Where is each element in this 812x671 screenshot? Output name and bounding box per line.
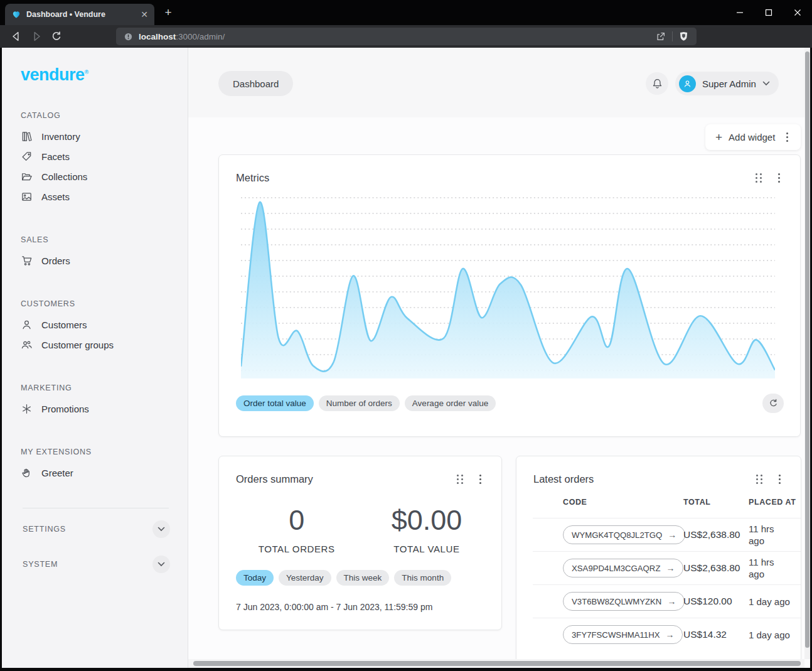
hand-icon bbox=[21, 467, 33, 479]
sidebar-divider bbox=[23, 508, 169, 508]
chevron-down-icon[interactable] bbox=[152, 520, 170, 538]
window-close-button[interactable] bbox=[783, 0, 812, 25]
vertical-scrollbar[interactable] bbox=[804, 48, 810, 659]
sidebar-item-assets[interactable]: Assets bbox=[21, 186, 188, 207]
latest-orders-kebab-icon[interactable] bbox=[775, 472, 784, 486]
order-row: XSA9PD4LM3CGAQRZ→US$2,638.8011 hrsago bbox=[516, 552, 801, 584]
user-menu[interactable]: Super Admin bbox=[675, 72, 779, 95]
reload-icon[interactable] bbox=[50, 30, 63, 43]
orders-summary-widget: Orders summary 0 TOTAL ORDERS $0.00 bbox=[218, 456, 502, 630]
arrow-right-icon: → bbox=[666, 563, 675, 573]
user-icon bbox=[21, 319, 33, 331]
metrics-title: Metrics bbox=[236, 172, 754, 184]
summary-kebab-icon[interactable] bbox=[476, 472, 485, 486]
address-bar[interactable]: localhost:3000/admin/ bbox=[116, 28, 697, 45]
order-placed-at: 11 hrsago bbox=[749, 556, 801, 580]
drag-handle-icon[interactable] bbox=[455, 473, 466, 486]
orders-summary-title: Orders summary bbox=[236, 473, 455, 485]
window-maximize-button[interactable] bbox=[754, 0, 783, 25]
sidebar-section-label: SYSTEM bbox=[23, 560, 58, 569]
sidebar-item-customer-groups[interactable]: Customer groups bbox=[21, 335, 188, 355]
summary-range-today[interactable]: Today bbox=[236, 570, 274, 586]
metrics-filter-row: Order total valueNumber of ordersAverage… bbox=[219, 378, 800, 413]
drag-handle-icon[interactable] bbox=[754, 473, 765, 486]
sidebar-item-collections[interactable]: Collections bbox=[21, 166, 188, 186]
widget-menu-kebab-icon[interactable] bbox=[783, 130, 792, 144]
order-code: V3T6BW8ZQLWMYZKN bbox=[572, 597, 661, 606]
sidebar-item-facets[interactable]: Facets bbox=[21, 146, 188, 166]
chevron-down-icon[interactable] bbox=[152, 556, 170, 573]
forward-icon[interactable] bbox=[30, 30, 43, 43]
order-code: XSA9PD4LM3CGAQRZ bbox=[572, 564, 660, 573]
book-icon bbox=[21, 131, 33, 142]
order-code-link[interactable]: XSA9PD4LM3CGAQRZ→ bbox=[563, 559, 683, 577]
sidebar-item-orders[interactable]: Orders bbox=[21, 250, 188, 271]
sidebar-section-label: SALES bbox=[21, 235, 188, 244]
notifications-button[interactable] bbox=[646, 72, 668, 95]
breadcrumb[interactable]: Dashboard bbox=[218, 71, 293, 96]
order-code-link[interactable]: V3T6BW8ZQLWMYZKN→ bbox=[563, 592, 685, 611]
admin-app: vendure® CATALOGInventoryFacetsCollectio… bbox=[2, 48, 810, 668]
snowflake-icon bbox=[21, 403, 33, 415]
sidebar-section-marketing: MARKETINGPromotions bbox=[21, 384, 188, 419]
order-row: 3FY7FSCWSHMA11HX→US$14.321 day ago bbox=[516, 618, 801, 651]
metric-filter-number-of-orders[interactable]: Number of orders bbox=[319, 395, 400, 411]
drag-handle-icon[interactable] bbox=[754, 171, 764, 185]
metric-filter-order-total-value[interactable]: Order total value bbox=[236, 395, 314, 411]
brave-shield-icon[interactable] bbox=[678, 31, 689, 42]
sidebar-section-label: SETTINGS bbox=[23, 525, 66, 534]
metrics-kebab-icon[interactable] bbox=[774, 171, 784, 185]
tab-title: Dashboard • Vendure bbox=[26, 10, 136, 19]
order-total: US$2,638.80 bbox=[683, 529, 749, 540]
column-header-placed-at: PLACED AT bbox=[749, 498, 801, 507]
browser-toolbar: localhost:3000/admin/ bbox=[0, 25, 812, 48]
sidebar-item-label: Inventory bbox=[41, 131, 80, 142]
window-minimize-button[interactable] bbox=[725, 0, 754, 25]
sidebar-item-promotions[interactable]: Promotions bbox=[21, 399, 188, 419]
order-code-link[interactable]: WYMGK4TQQ8JL2TGQ→ bbox=[563, 525, 685, 544]
sidebar-section-label: MARKETING bbox=[21, 384, 188, 392]
chevron-down-icon bbox=[762, 81, 770, 86]
metric-filter-average-order-value[interactable]: Average order value bbox=[405, 395, 496, 411]
cart-icon bbox=[21, 255, 33, 267]
sidebar-collapsed-settings[interactable]: SETTINGS bbox=[23, 515, 170, 544]
new-tab-button[interactable]: + bbox=[162, 6, 174, 19]
tag-icon bbox=[21, 151, 33, 163]
order-total: US$14.32 bbox=[683, 629, 749, 640]
order-placed-at: 11 hrsago bbox=[749, 523, 801, 547]
sidebar-item-greeter[interactable]: Greeter bbox=[21, 463, 188, 483]
vendure-logo: vendure® bbox=[21, 65, 188, 85]
browser-window: Dashboard • Vendure ✕ + localhost:3000/a… bbox=[0, 0, 812, 671]
sidebar-item-label: Facets bbox=[41, 151, 70, 162]
main-header: Dashboard Super Admin bbox=[188, 48, 804, 117]
order-total: US$2,638.80 bbox=[683, 562, 749, 574]
sidebar-item-label: Assets bbox=[41, 191, 70, 202]
browser-tab[interactable]: Dashboard • Vendure ✕ bbox=[5, 4, 154, 25]
summary-range-this-week[interactable]: This week bbox=[336, 570, 390, 586]
horizontal-scrollbar[interactable] bbox=[188, 659, 804, 668]
summary-range-yesterday[interactable]: Yesterday bbox=[279, 570, 331, 586]
share-icon[interactable] bbox=[655, 31, 666, 42]
order-row: WYMGK4TQQ8JL2TGQ→US$2,638.8011 hrsago bbox=[516, 518, 801, 551]
site-info-icon[interactable] bbox=[124, 32, 133, 41]
sidebar-collapsed-system[interactable]: SYSTEM bbox=[23, 550, 170, 579]
sidebar-section-catalog: CATALOGInventoryFacetsCollectionsAssets bbox=[21, 111, 188, 207]
order-total: US$120.00 bbox=[683, 596, 749, 607]
user-name: Super Admin bbox=[702, 78, 756, 89]
sidebar-item-customers[interactable]: Customers bbox=[21, 314, 188, 335]
sidebar-section-customers: CUSTOMERSCustomersCustomer groups bbox=[21, 299, 188, 355]
sidebar-item-label: Customer groups bbox=[41, 340, 114, 350]
latest-orders-table: CODETOTALPLACED ATWYMGK4TQQ8JL2TGQ→US$2,… bbox=[516, 486, 801, 651]
sidebar-item-inventory[interactable]: Inventory bbox=[21, 126, 188, 146]
summary-range-this-month[interactable]: This month bbox=[394, 570, 451, 586]
users-icon bbox=[21, 339, 33, 351]
add-widget-button[interactable]: + Add widget bbox=[705, 124, 801, 150]
refresh-button[interactable] bbox=[762, 394, 784, 413]
total-orders-stat: 0 TOTAL ORDERS bbox=[259, 504, 335, 554]
back-icon[interactable] bbox=[10, 30, 23, 43]
tab-close-icon[interactable]: ✕ bbox=[141, 10, 148, 19]
order-code-link[interactable]: 3FY7FSCWSHMA11HX→ bbox=[563, 625, 683, 644]
user-avatar-icon bbox=[679, 75, 696, 92]
latest-orders-title: Latest orders bbox=[533, 473, 754, 485]
tab-bar: Dashboard • Vendure ✕ + bbox=[0, 0, 812, 25]
